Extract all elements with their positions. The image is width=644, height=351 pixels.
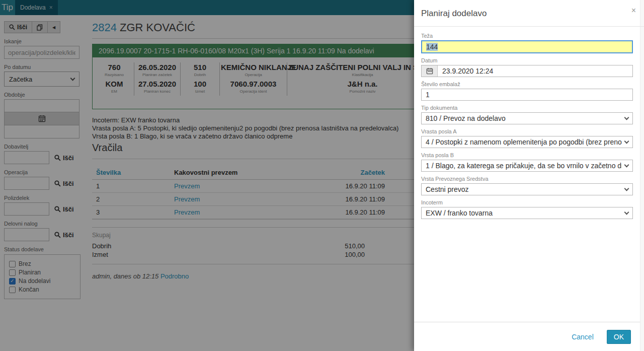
- vrsta-prevoznega-sredstva-select[interactable]: Cestni prevoz: [421, 183, 633, 195]
- vrsta-posla-a-select[interactable]: 4 / Postopki z namenom oplemenitenja po …: [421, 136, 633, 148]
- modal-footer: Cancel OK: [414, 322, 640, 351]
- vrsta-prevoznega-sredstva-label: Vrsta Prevoznega Sredstva: [421, 176, 633, 182]
- incoterm-label: Incoterm: [421, 199, 633, 205]
- cancel-button[interactable]: Cancel: [572, 333, 594, 341]
- calendar-icon: [426, 67, 433, 75]
- datum-value[interactable]: 23.9.2020 12:24: [438, 65, 498, 77]
- teza-value: 144: [426, 43, 438, 51]
- datum-label: Datum: [421, 57, 633, 63]
- tip-dokumenta-select[interactable]: 810 / Prevoz na dodelavo: [421, 112, 633, 124]
- chevron-down-icon: [624, 138, 629, 144]
- modal-title: Planiraj dodelavo: [421, 9, 637, 19]
- vrsta-posla-b-select[interactable]: 1 / Blago, za katerega se pričakuje, da …: [421, 160, 633, 172]
- ok-button[interactable]: OK: [607, 330, 631, 344]
- chevron-down-icon: [624, 209, 629, 215]
- modal-body: Teža 144 Datum 23.9.2020 12:24 Število e…: [414, 27, 644, 219]
- stevilo-embalaz-label: Število embalaž: [421, 81, 633, 87]
- chevron-down-icon: [624, 115, 629, 120]
- teza-input[interactable]: 144: [421, 40, 633, 53]
- modal-header: Planiraj dodelavo ×: [414, 0, 644, 27]
- stevilo-embalaz-value: 1: [426, 91, 430, 99]
- modal-scrollbar[interactable]: [640, 0, 644, 351]
- datum-input-group: 23.9.2020 12:24: [421, 65, 633, 77]
- application-window: Tip Dodelava × Išči ◀ Iskanje: [0, 0, 644, 351]
- modal-backdrop[interactable]: [0, 0, 414, 351]
- planiraj-dodelavo-modal: Planiraj dodelavo × Teža 144 Datum 23.9.…: [414, 0, 644, 351]
- incoterm-select[interactable]: EXW / franko tovarna: [421, 207, 633, 219]
- teza-label: Teža: [421, 33, 633, 39]
- tip-dokumenta-label: Tip dokumenta: [421, 105, 633, 111]
- datum-calendar-button[interactable]: [422, 65, 438, 77]
- chevron-down-icon: [624, 186, 629, 191]
- vrsta-posla-b-label: Vrsta posla B: [421, 152, 633, 158]
- stevilo-embalaz-input[interactable]: 1: [421, 89, 633, 101]
- vrsta-posla-a-label: Vrasta posla A: [421, 128, 633, 134]
- modal-close-icon[interactable]: ×: [631, 6, 636, 15]
- chevron-down-icon: [624, 162, 629, 167]
